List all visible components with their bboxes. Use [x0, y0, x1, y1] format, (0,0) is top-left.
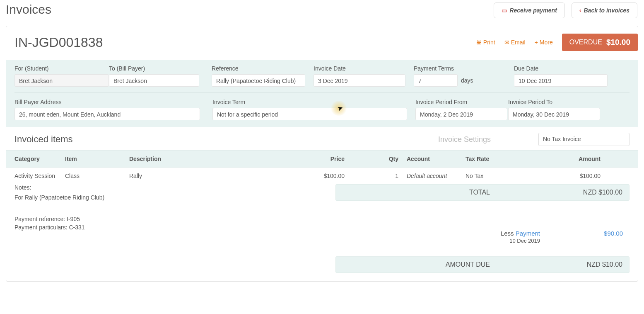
- invoice-settings-label: Invoice Settings: [438, 135, 491, 144]
- receive-payment-button[interactable]: ▭ Receive payment: [494, 2, 564, 18]
- total-label: TOTAL: [343, 189, 490, 196]
- less-label: Less: [501, 230, 516, 237]
- plus-icon: +: [535, 39, 538, 46]
- cell-qty: 1: [349, 168, 403, 185]
- status-label: OVERDUE: [569, 39, 602, 46]
- notes-body: For Rally (Papatoetoe Riding Club): [14, 194, 327, 201]
- payment-amount[interactable]: $90.00: [540, 230, 623, 244]
- page-title: Invoices: [6, 2, 51, 17]
- invoice-number: IN-JGD001838: [14, 35, 103, 50]
- payment-reference: Payment reference: I-905: [14, 216, 327, 222]
- due-label: AMOUNT DUE: [343, 261, 490, 268]
- cell-price: $100.00: [299, 168, 349, 185]
- chevron-left-icon: ‹: [579, 7, 581, 14]
- col-tax-rate: Tax Rate: [461, 151, 517, 168]
- invoice-date-label: Invoice Date: [314, 65, 405, 72]
- payment-date: 10 Dec 2019: [501, 238, 540, 244]
- period-from-field[interactable]: Monday, 2 Dec 2019: [415, 108, 507, 120]
- email-button[interactable]: ✉ Email: [504, 39, 526, 46]
- col-description: Description: [125, 151, 299, 168]
- back-to-invoices-button[interactable]: ‹ Back to invoices: [572, 2, 637, 18]
- due-date-field[interactable]: 10 Dec 2019: [514, 74, 608, 87]
- table-row: Activity Session Class Rally $100.00 1 D…: [6, 168, 638, 185]
- bill-payer-address-label: Bill Payer Address: [14, 99, 200, 105]
- for-field[interactable]: Bret Jackson: [14, 74, 109, 87]
- print-label: Print: [483, 39, 495, 46]
- amount-due-bar: AMOUNT DUE NZD $10.00: [335, 256, 630, 273]
- col-item: Item: [61, 151, 125, 168]
- status-badge: OVERDUE $10.00: [562, 34, 638, 51]
- cell-item: Class: [61, 168, 125, 185]
- period-to-label: Invoice Period To: [508, 99, 600, 105]
- to-label: To (Bill Payer): [109, 65, 199, 72]
- more-label: More: [540, 39, 553, 46]
- cell-category: Activity Session: [6, 168, 61, 185]
- col-price: Price: [299, 151, 349, 168]
- status-amount: $10.00: [606, 38, 630, 47]
- payment-terms-field[interactable]: 7: [414, 74, 458, 87]
- days-label: days: [461, 77, 473, 84]
- email-label: Email: [511, 39, 526, 46]
- cell-description: Rally: [125, 168, 299, 185]
- col-account: Account: [403, 151, 461, 168]
- period-from-label: Invoice Period From: [415, 99, 507, 105]
- print-button[interactable]: 🖶 Print: [476, 39, 495, 46]
- invoiced-items-title: Invoiced items: [14, 134, 73, 145]
- due-date-label: Due Date: [514, 65, 608, 72]
- col-amount: Amount: [517, 151, 638, 168]
- receive-payment-label: Receive payment: [509, 7, 557, 14]
- due-value: NZD $10.00: [548, 261, 622, 268]
- more-button[interactable]: + More: [535, 39, 553, 46]
- print-icon: 🖶: [476, 39, 482, 46]
- invoice-term-label: Invoice Term: [212, 99, 407, 105]
- col-qty: Qty: [349, 151, 403, 168]
- to-field[interactable]: Bret Jackson: [109, 74, 199, 87]
- items-table: Category Item Description Price Qty Acco…: [6, 150, 638, 184]
- back-label: Back to invoices: [584, 7, 630, 14]
- cell-tax-rate: No Tax: [461, 168, 517, 185]
- tax-select[interactable]: No Tax Invoice: [538, 133, 630, 146]
- reference-field[interactable]: Rally (Papatoetoe Riding Club): [212, 74, 305, 87]
- total-value: NZD $100.00: [548, 189, 622, 196]
- invoice-term-field[interactable]: Not for a specific period: [212, 108, 407, 120]
- notes-label: Notes:: [14, 184, 327, 191]
- money-icon: ▭: [502, 7, 507, 14]
- cell-account: Default account: [403, 168, 461, 185]
- period-to-field[interactable]: Monday, 30 Dec 2019: [508, 108, 600, 120]
- total-bar: TOTAL NZD $100.00: [335, 184, 630, 201]
- invoice-date-field[interactable]: 3 Dec 2019: [314, 74, 405, 87]
- col-category: Category: [6, 151, 61, 168]
- for-label: For (Student): [14, 65, 109, 72]
- reference-label: Reference: [212, 65, 305, 72]
- payment-terms-label: Payment Terms: [414, 65, 506, 72]
- payment-particulars: Payment particulars: C-331: [14, 224, 327, 231]
- payment-link[interactable]: Payment: [516, 230, 540, 237]
- cell-amount: $100.00: [517, 168, 638, 185]
- envelope-icon: ✉: [504, 39, 509, 46]
- bill-payer-address-field[interactable]: 26, mount eden, Mount Eden, Auckland: [14, 108, 200, 120]
